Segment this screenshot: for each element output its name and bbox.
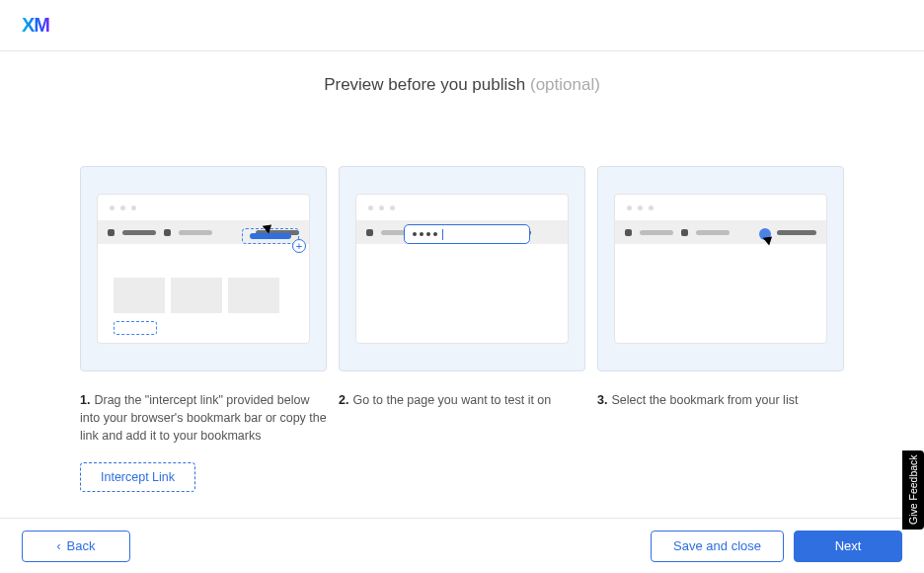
intercept-link-button[interactable]: Intercept Link [80,462,195,492]
plus-icon: + [292,239,306,253]
logo: XM [22,14,49,37]
title-text: Preview before you publish [324,75,525,94]
browser-mock-3 [614,194,827,344]
steps-row: + 1.Drag the "intercept link" provided b… [0,166,924,492]
step-2-text: Go to the page you want to test it on [352,393,551,407]
dashed-placeholder [114,321,157,335]
topbar: XM [0,0,924,51]
step-1: + 1.Drag the "intercept link" provided b… [80,166,327,492]
step-3-card [597,166,844,371]
step-3-num: 3. [597,393,607,407]
give-feedback-tab[interactable]: Give Feedback [902,450,924,530]
browser-mock-2 [355,194,569,344]
step-2-card [339,166,585,371]
step-3: 3.Select the bookmark from your list [597,166,844,492]
step-1-text: Drag the "intercept link" provided below… [80,393,327,443]
back-label: Back [67,538,96,553]
step-2: 2.Go to the page you want to test it on [339,166,585,492]
chevron-left-icon: ‹ [57,539,61,553]
save-and-close-button[interactable]: Save and close [651,531,784,562]
back-button[interactable]: ‹ Back [22,531,130,562]
step-2-num: 2. [339,393,348,407]
title-optional: (optional) [530,75,600,94]
url-input-illustration [404,224,530,244]
footer: ‹ Back Save and close Next [0,518,924,573]
next-button[interactable]: Next [794,531,902,562]
drag-bookmark-illustration: + [242,228,299,244]
step-1-num: 1. [80,393,90,407]
browser-mock-1: + [97,194,310,344]
bookmark-dot-illustration [759,228,771,240]
step-1-card: + [80,166,327,371]
step-2-caption: 2.Go to the page you want to test it on [339,391,585,409]
step-3-caption: 3.Select the bookmark from your list [597,391,844,409]
step-3-text: Select the bookmark from your list [611,393,798,407]
page-title: Preview before you publish (optional) [0,75,924,95]
step-1-caption: 1.Drag the "intercept link" provided bel… [80,391,327,445]
